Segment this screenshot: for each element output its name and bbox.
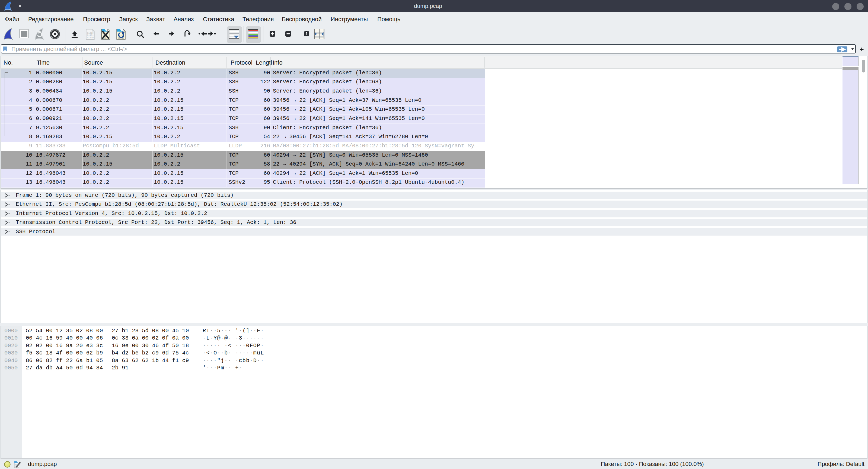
svg-text:01110: 01110	[87, 36, 94, 38]
